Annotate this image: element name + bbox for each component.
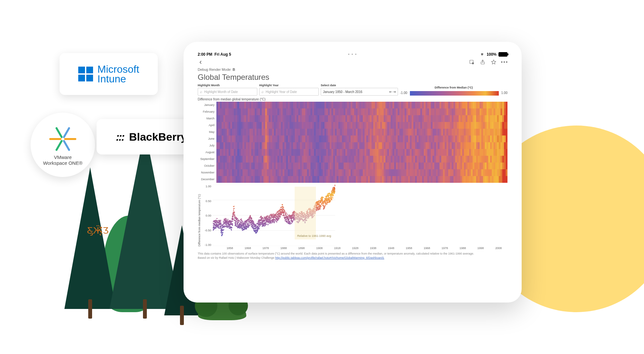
page-title: Global Temperatures: [192, 72, 513, 84]
status-date: Fri Aug 5: [214, 52, 231, 57]
footnote-line1: This data contains 100 observations of s…: [198, 252, 507, 256]
highlight-month-label: Highlight Month: [198, 84, 257, 87]
heatmap-chart[interactable]: [216, 102, 507, 183]
month-label: October: [198, 163, 216, 169]
status-time: 2:00 PM: [198, 52, 212, 57]
highlight-year-label: Highlight Year: [259, 84, 319, 87]
month-label: March: [198, 115, 216, 122]
more-icon[interactable]: •••: [502, 59, 507, 65]
vendor-card-intune: MicrosoftIntune: [60, 53, 158, 95]
month-label: April: [198, 122, 216, 129]
legend-title: Difference from Median (°C): [435, 86, 473, 89]
battery-icon: [498, 52, 507, 57]
month-label: September: [198, 156, 216, 163]
workspace-one-icon: [50, 124, 76, 153]
date-prev-icon[interactable]: ⇤: [389, 90, 392, 94]
search-icon: ⌕: [261, 89, 264, 94]
share-icon[interactable]: [480, 59, 486, 65]
ws1-line2: Workspace ONE®: [43, 160, 82, 166]
edit-icon[interactable]: [469, 59, 475, 65]
ws1-line1: VMware: [54, 154, 71, 160]
heatmap-title: Difference from median global temperatur…: [192, 98, 513, 101]
legend-min: -1.00: [400, 91, 407, 95]
vendor-card-workspace-one: VMwareWorkspace ONE®: [31, 113, 95, 177]
debug-label: Debug Render Mode:: [198, 68, 232, 71]
multitask-handle[interactable]: • • •: [348, 52, 357, 56]
reference-band: [295, 187, 316, 239]
decorative-bush: [198, 301, 246, 320]
intune-line2: Intune: [98, 73, 126, 85]
star-icon[interactable]: [491, 59, 497, 65]
footnote-prefix: Based on viz by Rafael Hoto | Makeover M…: [198, 256, 275, 259]
scatter-xaxis: 1858186818781888189819081918192819381948…: [192, 247, 513, 250]
decorative-tree: [64, 167, 116, 309]
tablet-device: 2:00 PM Fri Aug 5 ᯤ 100% • • • ‹ ••• Deb…: [184, 42, 522, 303]
scatter-ylabel: Difference from median temperature (°C): [198, 185, 201, 247]
blackberry-label: BlackBerry: [129, 131, 187, 143]
blackberry-icon: :::: [116, 131, 124, 143]
highlight-month-input[interactable]: ⌕Highlight Month of Date: [198, 88, 257, 96]
month-label: January: [198, 102, 216, 108]
battery-pct: 100%: [487, 52, 497, 57]
butterfly-icon: Ƹ̵̡Ӝ̵̨̄Ʒ: [87, 225, 109, 236]
search-icon: ⌕: [200, 89, 202, 94]
wifi-icon: ᯤ: [481, 52, 485, 57]
month-label: November: [198, 169, 216, 176]
svg-point-1: [472, 62, 474, 64]
back-button[interactable]: ‹: [198, 59, 204, 65]
month-label: July: [198, 142, 216, 149]
select-date-value: January 1850 - March 2016: [323, 90, 362, 94]
heatmap-month-axis: JanuaryFebruaryMarchAprilMayJuneJulyAugu…: [198, 102, 216, 183]
legend-gradient: [410, 91, 499, 96]
reference-band-label: Relative to 1961-1990 avg: [297, 234, 331, 238]
month-label: February: [198, 108, 216, 115]
highlight-year-input[interactable]: ⌕Highlight Year of Date: [259, 88, 319, 96]
footnote-link[interactable]: http://public.tableau.com/profile/rafael…: [275, 256, 384, 259]
select-date-label: Select date: [321, 84, 398, 87]
highlight-year-placeholder: Highlight Year of Date: [266, 90, 297, 94]
select-date-input[interactable]: January 1850 - March 2016⇤⇥: [321, 88, 398, 96]
debug-value: B: [232, 68, 235, 71]
legend-max: 1.00: [501, 91, 507, 95]
month-label: August: [198, 149, 216, 156]
scatter-yaxis: 1.000.500.00-0.50-1.00: [202, 185, 212, 247]
month-label: December: [198, 176, 216, 183]
highlight-month-placeholder: Highlight Month of Date: [204, 90, 238, 94]
month-label: June: [198, 135, 216, 142]
windows-icon: [78, 67, 93, 81]
month-label: May: [198, 129, 216, 135]
date-next-icon[interactable]: ⇥: [393, 90, 396, 94]
footnote: This data contains 100 observations of s…: [192, 250, 513, 262]
